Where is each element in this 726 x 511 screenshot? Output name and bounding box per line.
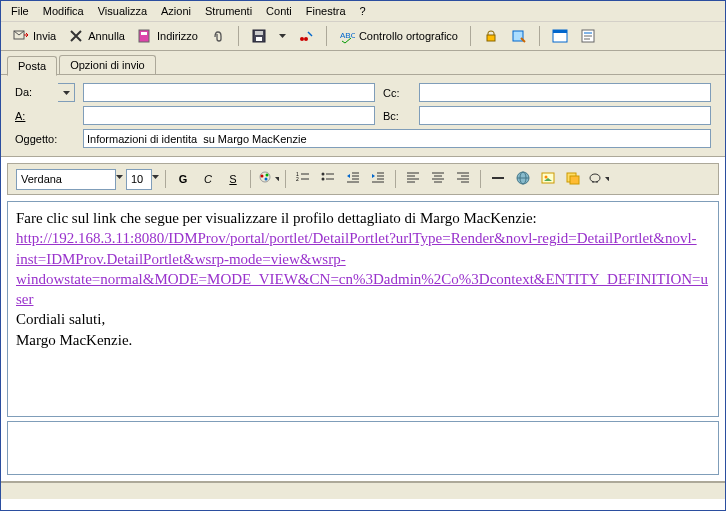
encrypt-button[interactable] bbox=[479, 26, 503, 46]
svg-point-19 bbox=[266, 174, 269, 177]
menu-window[interactable]: Finestra bbox=[300, 3, 352, 19]
svg-rect-2 bbox=[141, 32, 147, 35]
body-signoff-2: Margo MacKenzie. bbox=[16, 332, 132, 348]
outdent-button[interactable] bbox=[342, 168, 364, 190]
svg-rect-56 bbox=[570, 176, 579, 184]
spellcheck-button[interactable]: ABC Controllo ortografico bbox=[335, 26, 462, 46]
menu-accounts[interactable]: Conti bbox=[260, 3, 298, 19]
bullet-list-button[interactable] bbox=[317, 168, 339, 190]
svg-rect-9 bbox=[487, 35, 495, 41]
align-center-button[interactable] bbox=[427, 168, 449, 190]
ol-icon: 12 bbox=[295, 170, 311, 188]
svg-point-6 bbox=[300, 37, 304, 41]
align-right-icon bbox=[455, 170, 471, 188]
italic-button[interactable]: C bbox=[197, 168, 219, 190]
spellcheck-label: Controllo ortografico bbox=[359, 30, 458, 42]
indent-icon bbox=[370, 170, 386, 188]
attach-button[interactable] bbox=[206, 26, 230, 46]
save-dropdown[interactable] bbox=[275, 32, 290, 40]
symbol-button[interactable] bbox=[587, 168, 609, 190]
cc-input[interactable] bbox=[419, 83, 711, 102]
cancel-button[interactable]: Annulla bbox=[64, 26, 129, 46]
subject-input[interactable] bbox=[83, 129, 711, 148]
image-button[interactable] bbox=[537, 168, 559, 190]
html-view-button[interactable] bbox=[548, 26, 572, 46]
background-icon bbox=[565, 170, 581, 188]
svg-point-54 bbox=[545, 176, 548, 179]
size-input[interactable] bbox=[126, 169, 152, 190]
addressbook-icon bbox=[137, 28, 153, 44]
outdent-icon bbox=[345, 170, 361, 188]
from-input[interactable] bbox=[83, 83, 375, 102]
background-button[interactable] bbox=[562, 168, 584, 190]
hrule-icon bbox=[490, 170, 506, 188]
menu-view[interactable]: Visualizza bbox=[92, 3, 153, 19]
from-dropdown[interactable] bbox=[58, 83, 75, 102]
sign-button[interactable] bbox=[507, 26, 531, 46]
font-combo[interactable] bbox=[16, 169, 123, 190]
send-button[interactable]: Invia bbox=[9, 26, 60, 46]
menu-edit[interactable]: Modifica bbox=[37, 3, 90, 19]
svg-point-57 bbox=[590, 174, 600, 182]
link-icon bbox=[515, 170, 531, 188]
lock-icon bbox=[483, 28, 499, 44]
svg-point-20 bbox=[265, 178, 268, 181]
numbered-list-button[interactable]: 12 bbox=[292, 168, 314, 190]
font-input[interactable] bbox=[16, 169, 116, 190]
cancel-label: Annulla bbox=[88, 30, 125, 42]
underline-button[interactable]: S bbox=[222, 168, 244, 190]
menu-file[interactable]: File bbox=[5, 3, 35, 19]
svg-rect-12 bbox=[553, 30, 567, 33]
priority-button[interactable] bbox=[294, 26, 318, 46]
body-intro: Fare clic sul link che segue per visuali… bbox=[16, 210, 537, 226]
signature-icon bbox=[511, 28, 527, 44]
bc-label: Bc: bbox=[383, 110, 411, 122]
indent-button[interactable] bbox=[367, 168, 389, 190]
menu-help[interactable]: ? bbox=[354, 3, 372, 19]
cc-label: Cc: bbox=[383, 87, 411, 99]
svg-point-18 bbox=[261, 175, 264, 178]
address-label: Indirizzo bbox=[157, 30, 198, 42]
image-icon bbox=[540, 170, 556, 188]
menu-actions[interactable]: Azioni bbox=[155, 3, 197, 19]
tab-send-options[interactable]: Opzioni di invio bbox=[59, 55, 156, 74]
svg-rect-5 bbox=[256, 37, 262, 41]
menu-tools[interactable]: Strumenti bbox=[199, 3, 258, 19]
bold-button[interactable]: G bbox=[172, 168, 194, 190]
main-toolbar: Invia Annulla Indirizzo ABC Controllo or… bbox=[1, 22, 725, 51]
size-dropdown[interactable] bbox=[152, 169, 159, 190]
subject-label: Oggetto: bbox=[15, 133, 75, 145]
tab-mail[interactable]: Posta bbox=[7, 56, 57, 76]
disk-icon bbox=[251, 28, 267, 44]
send-label: Invia bbox=[33, 30, 56, 42]
body-link[interactable]: http://192.168.3.11:8080/IDMProv/portal/… bbox=[16, 230, 708, 307]
svg-text:2: 2 bbox=[296, 176, 299, 182]
bc-input[interactable] bbox=[419, 106, 711, 125]
spellcheck-icon: ABC bbox=[339, 28, 355, 44]
font-dropdown[interactable] bbox=[116, 169, 123, 190]
align-left-button[interactable] bbox=[402, 168, 424, 190]
hrule-button[interactable] bbox=[487, 168, 509, 190]
symbol-icon bbox=[587, 170, 603, 188]
toolbar-separator bbox=[470, 26, 471, 46]
color-icon bbox=[257, 170, 273, 188]
align-right-button[interactable] bbox=[452, 168, 474, 190]
address-button[interactable]: Indirizzo bbox=[133, 26, 202, 46]
save-button[interactable] bbox=[247, 26, 271, 46]
svg-text:ABC: ABC bbox=[340, 31, 355, 40]
header-fields: Da: Cc: A: Bc: Oggetto: bbox=[1, 75, 725, 157]
toolbar-separator bbox=[238, 26, 239, 46]
plain-view-button[interactable] bbox=[576, 26, 600, 46]
plaintext-icon bbox=[580, 28, 596, 44]
align-left-icon bbox=[405, 170, 421, 188]
svg-rect-4 bbox=[255, 31, 263, 35]
attachment-area[interactable] bbox=[7, 421, 719, 475]
svg-rect-1 bbox=[139, 30, 149, 42]
size-combo[interactable] bbox=[126, 169, 159, 190]
message-body[interactable]: Fare clic sul link che segue per visuali… bbox=[7, 201, 719, 417]
svg-point-26 bbox=[322, 178, 325, 181]
to-input[interactable] bbox=[83, 106, 375, 125]
font-color-button[interactable] bbox=[257, 168, 279, 190]
link-button[interactable] bbox=[512, 168, 534, 190]
menubar: File Modifica Visualizza Azioni Strument… bbox=[1, 1, 725, 22]
